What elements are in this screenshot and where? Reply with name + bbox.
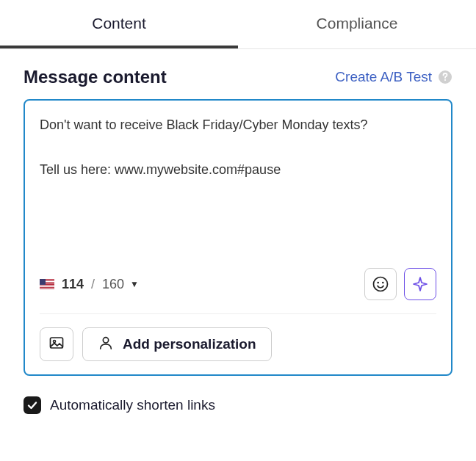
ai-sparkle-button[interactable] [404,268,436,300]
svg-point-1 [444,79,446,81]
add-personalization-button[interactable]: Add personalization [82,327,272,361]
svg-point-3 [377,282,379,284]
sparkle-icon [411,275,429,293]
svg-rect-5 [51,338,63,348]
active-tab-indicator [0,46,238,48]
svg-point-7 [103,337,108,342]
section-header: Message content Create A/B Test [24,67,452,87]
svg-point-4 [382,282,384,284]
add-image-button[interactable] [40,327,73,361]
shorten-links-label: Automatically shorten links [50,397,215,413]
person-icon [98,335,114,355]
counter-separator: / [91,277,95,292]
svg-point-6 [53,340,55,342]
emoji-button[interactable] [364,268,397,300]
us-flag-icon [40,279,54,289]
counter-row: 114 / 160 ▼ [40,268,436,314]
ab-test-group: Create A/B Test [335,69,452,85]
page-title: Message content [24,67,167,87]
tab-content[interactable]: Content [0,0,238,48]
add-personalization-label: Add personalization [123,336,256,352]
tab-compliance[interactable]: Compliance [238,0,476,48]
editor-icon-buttons [364,268,436,300]
emoji-icon [372,275,389,293]
chars-max: 160 [102,277,124,292]
message-editor: Don't want to receive Black Friday/Cyber… [24,99,452,376]
help-icon[interactable] [438,70,452,84]
tabs-container: Content Compliance [0,0,476,49]
create-ab-test-link[interactable]: Create A/B Test [335,69,432,85]
svg-point-2 [374,277,388,291]
chars-used: 114 [62,277,84,292]
chevron-down-icon: ▼ [130,279,139,289]
shorten-links-row: Automatically shorten links [24,396,452,414]
image-icon [48,334,65,355]
message-textarea[interactable]: Don't want to receive Black Friday/Cyber… [40,114,436,261]
char-counter[interactable]: 114 / 160 ▼ [40,277,139,292]
editor-action-row: Add personalization [40,327,436,361]
checkmark-icon [26,399,38,411]
shorten-links-checkbox[interactable] [24,396,41,414]
content-panel: Message content Create A/B Test Don't wa… [0,49,476,432]
